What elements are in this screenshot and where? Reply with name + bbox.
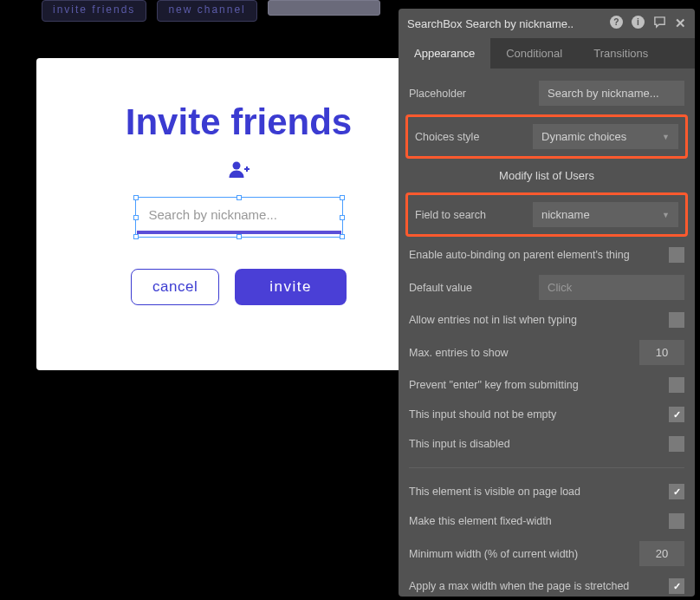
svg-text:i: i [637, 17, 639, 27]
enable-autobind-checkbox[interactable] [669, 247, 684, 263]
property-panel: SearchBox Search by nickname.. ? i ✕ App… [399, 9, 695, 597]
disabled-checkbox[interactable] [669, 436, 684, 452]
disabled-label: This input is disabled [409, 438, 510, 450]
panel-title: SearchBox Search by nickname.. [407, 17, 574, 30]
modal-title: Invite friends [54, 101, 424, 143]
info-icon[interactable]: i [632, 16, 645, 31]
resize-handle[interactable] [340, 234, 345, 239]
default-value-label: Default value [409, 282, 472, 294]
fixed-width-label: Make this element fixed-width [409, 515, 552, 527]
prevent-enter-label: Prevent "enter" key from submitting [409, 379, 579, 391]
comment-icon[interactable] [653, 16, 666, 31]
placeholder-input[interactable] [539, 81, 684, 106]
panel-tabs: Appearance Conditional Transitions [399, 38, 695, 68]
max-width-checkbox[interactable] [669, 578, 684, 594]
allow-entries-label: Allow entries not in list when typing [409, 314, 577, 326]
field-to-search-label: Field to search [415, 209, 486, 221]
max-entries-label: Max. entries to show [409, 347, 509, 359]
panel-body[interactable]: Placeholder Choices style Dynamic choice… [399, 68, 695, 597]
enable-autobind-label: Enable auto-binding on parent element's … [409, 249, 630, 261]
tab-transitions[interactable]: Transitions [578, 38, 664, 68]
help-icon[interactable]: ? [610, 16, 623, 31]
tab-conditional[interactable]: Conditional [490, 38, 578, 68]
search-box-selected-element[interactable] [137, 199, 341, 234]
not-empty-checkbox[interactable] [669, 407, 684, 422]
modify-list-link[interactable]: Modify list of Users [405, 162, 688, 189]
choices-style-select[interactable]: Dynamic choices ▼ [533, 124, 678, 149]
not-empty-label: This input should not be empty [409, 408, 556, 421]
new-channel-top-button[interactable]: new channel [157, 0, 256, 22]
svg-point-0 [232, 162, 240, 170]
invite-friends-modal: Invite friends cancel invite [36, 58, 441, 370]
prevent-enter-checkbox[interactable] [669, 377, 684, 393]
highlight-choices-style: Choices style Dynamic choices ▼ [405, 114, 688, 159]
min-width-input[interactable] [639, 541, 684, 566]
highlight-field-to-search: Field to search nickname ▼ [405, 192, 688, 237]
visible-on-load-label: This element is visible on page load [409, 486, 580, 498]
search-input[interactable] [137, 199, 341, 234]
svg-text:?: ? [613, 17, 619, 27]
invite-friends-top-button[interactable]: invite friends [42, 0, 146, 22]
choices-style-value: Dynamic choices [541, 130, 626, 143]
max-entries-input[interactable] [639, 340, 684, 365]
choices-style-label: Choices style [415, 131, 479, 143]
element-placeholder[interactable] [268, 0, 380, 16]
close-icon[interactable]: ✕ [675, 16, 686, 31]
visible-on-load-checkbox[interactable] [669, 484, 684, 499]
placeholder-label: Placeholder [409, 88, 466, 100]
min-width-label: Minimum width (% of current width) [409, 548, 578, 560]
svg-rect-2 [246, 166, 248, 172]
panel-header: SearchBox Search by nickname.. ? i ✕ [399, 9, 695, 38]
default-value-input[interactable] [539, 275, 684, 300]
fixed-width-checkbox[interactable] [669, 513, 684, 529]
cancel-button[interactable]: cancel [131, 269, 219, 305]
allow-entries-checkbox[interactable] [669, 312, 684, 328]
field-to-search-value: nickname [541, 208, 590, 221]
field-to-search-select[interactable]: nickname ▼ [533, 202, 678, 227]
resize-handle[interactable] [237, 234, 242, 239]
divider [409, 467, 684, 468]
resize-handle[interactable] [133, 234, 139, 239]
chevron-down-icon: ▼ [662, 133, 670, 141]
user-plus-icon [229, 160, 250, 183]
chevron-down-icon: ▼ [662, 211, 670, 219]
tab-appearance[interactable]: Appearance [399, 38, 490, 68]
max-width-label: Apply a max width when the page is stret… [409, 580, 629, 592]
invite-button[interactable]: invite [235, 269, 347, 305]
